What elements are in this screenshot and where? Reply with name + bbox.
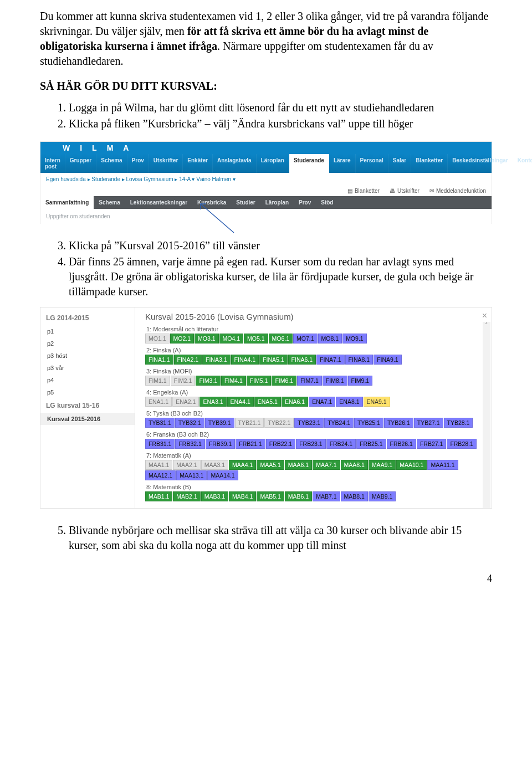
course-chip[interactable]: MAB3.1 bbox=[201, 491, 228, 501]
main-tab-anslagstavla[interactable]: Anslagstavla bbox=[213, 154, 257, 173]
course-chip[interactable]: MAA5.1 bbox=[257, 460, 284, 470]
course-chip[interactable]: MO9.1 bbox=[342, 334, 367, 344]
course-chip[interactable]: MAB1.1 bbox=[145, 491, 172, 501]
course-chip[interactable]: MAB2.1 bbox=[173, 491, 200, 501]
main-tab-intern-post[interactable]: Intern post bbox=[40, 154, 65, 173]
blanketter-link[interactable]: ▤Blanketter bbox=[347, 188, 380, 194]
period-p5[interactable]: p5 bbox=[40, 386, 135, 398]
sub-tab-prov[interactable]: Prov bbox=[294, 196, 316, 209]
course-chip[interactable]: ENA8.1 bbox=[336, 397, 362, 407]
course-chip[interactable]: FIM6.1 bbox=[272, 376, 296, 386]
course-chip[interactable]: ENA9.1 bbox=[364, 397, 390, 407]
main-tab-studerande[interactable]: Studerande bbox=[289, 154, 329, 173]
course-chip[interactable]: FRB21.1 bbox=[236, 439, 265, 449]
course-chip[interactable]: MAB9.1 bbox=[369, 491, 396, 501]
course-chip[interactable]: FINA7.1 bbox=[316, 355, 345, 365]
course-chip[interactable]: FRB32.1 bbox=[175, 439, 204, 449]
course-chip[interactable]: ENA6.1 bbox=[282, 397, 308, 407]
course-chip[interactable]: MAA8.1 bbox=[341, 460, 368, 470]
course-chip[interactable]: FINA9.1 bbox=[374, 355, 402, 365]
course-chip[interactable]: MAA13.1 bbox=[176, 470, 207, 480]
course-chip[interactable]: FIM1.1 bbox=[145, 376, 170, 386]
sub-tab-sammanfattning[interactable]: Sammanfattning bbox=[40, 196, 94, 209]
left-item-kursval[interactable]: Kursval 2015-2016 bbox=[40, 413, 135, 425]
course-chip[interactable]: TYB32.1 bbox=[175, 418, 204, 428]
course-chip[interactable]: MAB5.1 bbox=[257, 491, 284, 501]
course-chip[interactable]: FRB28.1 bbox=[447, 439, 476, 449]
main-tab-grupper[interactable]: Grupper bbox=[65, 154, 96, 173]
course-chip[interactable]: MO1.1 bbox=[145, 334, 170, 344]
scroll-up-icon[interactable]: ˄ bbox=[485, 322, 488, 329]
course-chip[interactable]: TYB26.1 bbox=[384, 418, 413, 428]
course-chip[interactable]: FIM8.1 bbox=[323, 376, 347, 386]
course-chip[interactable]: MO3.1 bbox=[195, 334, 219, 344]
course-chip[interactable]: MO7.1 bbox=[293, 334, 318, 344]
course-chip[interactable]: MO4.1 bbox=[219, 334, 244, 344]
main-tab-salar[interactable]: Salar bbox=[388, 154, 411, 173]
course-chip[interactable]: FINA3.1 bbox=[202, 355, 231, 365]
course-chip[interactable]: FINA5.1 bbox=[259, 355, 288, 365]
course-chip[interactable]: MAA14.1 bbox=[207, 470, 238, 480]
main-tab-lärare[interactable]: Lärare bbox=[329, 154, 356, 173]
course-chip[interactable]: FIM9.1 bbox=[348, 376, 373, 386]
period-p2[interactable]: p2 bbox=[40, 337, 135, 350]
course-chip[interactable]: FRB27.1 bbox=[417, 439, 446, 449]
course-chip[interactable]: FRB39.1 bbox=[206, 439, 235, 449]
main-tab-beskedsinställningar[interactable]: Beskedsinställningar bbox=[448, 154, 513, 173]
course-chip[interactable]: TYB23.1 bbox=[294, 418, 324, 428]
course-chip[interactable]: FRB23.1 bbox=[296, 439, 325, 449]
course-chip[interactable]: MO5.1 bbox=[244, 334, 268, 344]
course-chip[interactable]: FIM5.1 bbox=[247, 376, 272, 386]
course-chip[interactable]: FRB31.1 bbox=[145, 439, 175, 449]
scrollbar[interactable]: ˄ bbox=[483, 322, 490, 508]
course-chip[interactable]: MAA7.1 bbox=[313, 460, 340, 470]
course-chip[interactable]: ENA5.1 bbox=[254, 397, 281, 407]
main-tab-enkäter[interactable]: Enkäter bbox=[183, 154, 213, 173]
course-chip[interactable]: MAA10.1 bbox=[396, 460, 427, 470]
main-tab-schema[interactable]: Schema bbox=[96, 154, 127, 173]
course-chip[interactable]: FIM7.1 bbox=[297, 376, 322, 386]
course-chip[interactable]: FRB24.1 bbox=[326, 439, 356, 449]
course-chip[interactable]: ENA1.1 bbox=[145, 397, 172, 407]
course-chip[interactable]: FRB26.1 bbox=[387, 439, 416, 449]
course-chip[interactable]: MAB7.1 bbox=[313, 491, 340, 501]
course-chip[interactable]: TYB31.1 bbox=[145, 418, 175, 428]
course-chip[interactable]: TYB28.1 bbox=[444, 418, 473, 428]
course-chip[interactable]: MO8.1 bbox=[318, 334, 342, 344]
close-icon[interactable]: × bbox=[482, 311, 487, 321]
period-p3-höst[interactable]: p3 höst bbox=[40, 350, 135, 362]
sub-tab-schema[interactable]: Schema bbox=[94, 196, 125, 209]
course-chip[interactable]: ENA7.1 bbox=[309, 397, 335, 407]
course-chip[interactable]: TYB27.1 bbox=[414, 418, 443, 428]
period-p4[interactable]: p4 bbox=[40, 374, 135, 386]
course-chip[interactable]: FINA1.1 bbox=[145, 355, 173, 365]
course-chip[interactable]: MAA12.1 bbox=[145, 470, 176, 480]
course-chip[interactable]: TYB25.1 bbox=[354, 418, 383, 428]
sub-tab-stöd[interactable]: Stöd bbox=[316, 196, 338, 209]
main-tab-blanketter[interactable]: Blanketter bbox=[411, 154, 448, 173]
course-chip[interactable]: MAB6.1 bbox=[285, 491, 312, 501]
main-tab-kontoinställnin[interactable]: Kontoinställnin bbox=[513, 154, 532, 173]
course-chip[interactable]: FRB25.1 bbox=[356, 439, 386, 449]
meddelande-link[interactable]: ✉Meddelandefunktion bbox=[429, 188, 486, 194]
sub-tab-lektionsanteckningar[interactable]: Lektionsanteckningar bbox=[125, 196, 192, 209]
wilma-breadcrumbs[interactable]: Egen huvudsida ▸ Studerande ▸ Lovisa Gym… bbox=[40, 173, 492, 186]
course-chip[interactable]: ENA3.1 bbox=[200, 397, 226, 407]
course-chip[interactable]: FINA6.1 bbox=[288, 355, 316, 365]
main-tab-läroplan[interactable]: Läroplan bbox=[257, 154, 289, 173]
sub-tab-läroplan[interactable]: Läroplan bbox=[260, 196, 294, 209]
course-chip[interactable]: FIM4.1 bbox=[221, 376, 246, 386]
utskrifter-link[interactable]: 🖶Utskrifter bbox=[390, 188, 420, 194]
course-chip[interactable]: MAA6.1 bbox=[285, 460, 312, 470]
course-chip[interactable]: FINA2.1 bbox=[174, 355, 202, 365]
course-chip[interactable]: TYB22.1 bbox=[264, 418, 294, 428]
main-tab-personal[interactable]: Personal bbox=[356, 154, 388, 173]
course-chip[interactable]: MAA9.1 bbox=[369, 460, 396, 470]
course-chip[interactable]: ENA2.1 bbox=[172, 397, 199, 407]
course-chip[interactable]: MAB8.1 bbox=[341, 491, 368, 501]
main-tab-prov[interactable]: Prov bbox=[127, 154, 149, 173]
course-chip[interactable]: MAA1.1 bbox=[145, 460, 172, 470]
course-chip[interactable]: TYB24.1 bbox=[324, 418, 354, 428]
course-chip[interactable]: TYB21.1 bbox=[235, 418, 264, 428]
period-p1[interactable]: p1 bbox=[40, 325, 135, 337]
